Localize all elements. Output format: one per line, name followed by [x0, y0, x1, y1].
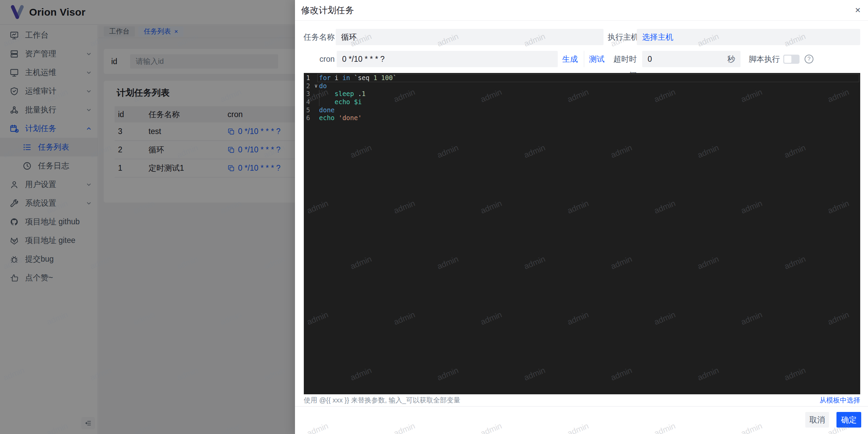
fold-gutter [313, 98, 319, 106]
cron-test-link[interactable]: 测试 [584, 51, 605, 67]
line-number: 3 [304, 90, 313, 98]
line-number: 2 [304, 82, 313, 90]
script-code-editor[interactable]: 1for i in `seq 1 100`2∨do3 sleep .14 ech… [304, 73, 860, 394]
line-number: 6 [304, 114, 313, 122]
timeout-field[interactable]: 0 秒 [642, 51, 741, 67]
script-exec-label: 脚本执行 [749, 51, 780, 67]
timeout-value: 0 [648, 55, 652, 64]
modal-header: 修改计划任务 × [295, 0, 868, 21]
footer-divider [295, 406, 868, 407]
confirm-button[interactable]: 确定 [836, 412, 861, 428]
editor-line[interactable]: 4 echo $i [304, 98, 860, 106]
fold-gutter [313, 106, 319, 114]
select-host-link[interactable]: 选择主机 [642, 32, 673, 42]
cron-label: cron [303, 51, 335, 67]
toggle-knob [784, 56, 791, 63]
editor-line[interactable]: 3 sleep .1 [304, 90, 860, 98]
line-number: 5 [304, 106, 313, 114]
code-text: echo $i [319, 98, 860, 106]
cron-input[interactable] [337, 51, 558, 67]
host-label: 执行主机 [608, 29, 639, 45]
timeout-unit: 秒 [727, 54, 735, 64]
task-name-label: 任务名称 [303, 29, 335, 45]
fold-gutter [313, 90, 319, 98]
task-name-input[interactable] [336, 29, 604, 45]
choose-from-template-link[interactable]: 从模板中选择 [820, 396, 860, 405]
fold-gutter [313, 74, 319, 82]
host-select-field[interactable]: 选择主机 [637, 29, 860, 45]
line-number: 4 [304, 98, 313, 106]
code-text: done [319, 106, 860, 114]
timeout-label: 超时时间 [610, 51, 637, 67]
code-text: do [319, 82, 860, 90]
edit-task-modal: 修改计划任务 × 任务名称 执行主机 选择主机 cron 生成 测试 超时时间 … [295, 0, 868, 434]
cancel-button[interactable]: 取消 [805, 412, 829, 428]
editor-hint-text: 使用 @{{ xxx }} 来替换参数, 输入_可以获取全部变量 [304, 396, 460, 405]
script-exec-toggle[interactable] [783, 55, 800, 64]
editor-lines: 1for i in `seq 1 100`2∨do3 sleep .14 ech… [304, 74, 860, 122]
code-text: sleep .1 [319, 90, 860, 98]
code-text: echo 'done' [319, 114, 860, 122]
editor-line[interactable]: 6echo 'done' [304, 114, 860, 122]
help-icon[interactable]: ? [805, 55, 813, 63]
editor-line[interactable]: 1for i in `seq 1 100` [304, 74, 860, 82]
code-text: for i in `seq 1 100` [319, 74, 860, 82]
cron-generate-link[interactable]: 生成 [562, 51, 578, 67]
fold-chevron-icon[interactable]: ∨ [313, 82, 319, 90]
editor-line[interactable]: 2∨do [304, 82, 860, 90]
fold-gutter [313, 114, 319, 122]
modal-title: 修改计划任务 [301, 4, 354, 16]
editor-line[interactable]: 5done [304, 106, 860, 114]
close-icon[interactable]: × [855, 5, 861, 15]
line-number: 1 [304, 74, 313, 82]
